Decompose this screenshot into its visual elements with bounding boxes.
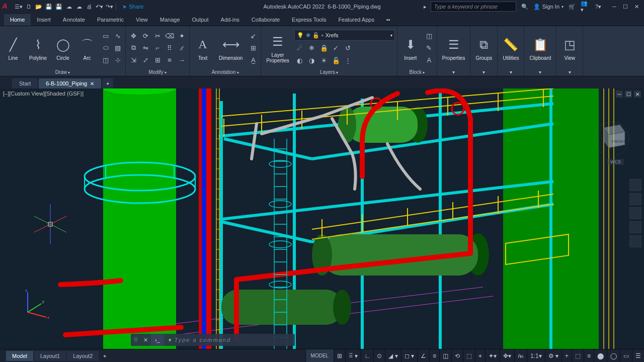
status-qprops-icon[interactable]: ≡	[584, 349, 594, 362]
status-annomon-icon[interactable]: +	[561, 349, 572, 362]
status-lwt-icon[interactable]: ≡	[429, 349, 439, 362]
panel-properties-expand[interactable]: ▾	[439, 68, 468, 76]
viewport-min-icon[interactable]: ─	[616, 90, 623, 98]
panel-clipboard-expand[interactable]: ▾	[526, 68, 554, 76]
tab-featured[interactable]: Featured Apps	[332, 14, 380, 26]
tab-home[interactable]: Home	[4, 14, 31, 26]
help-icon[interactable]: ?▾	[594, 2, 603, 11]
status-annoscale-icon[interactable]: 🗛	[514, 349, 527, 362]
saveas-icon[interactable]: 💾	[54, 2, 63, 11]
move-icon[interactable]: ✥	[128, 30, 139, 41]
status-workspace-icon[interactable]: ⚙ ▾	[545, 349, 561, 362]
status-cycling-icon[interactable]: ⟲	[451, 349, 463, 362]
signin-button[interactable]: 👤 Sign In ▾	[533, 4, 564, 10]
text-button[interactable]: AText	[192, 34, 214, 62]
table-icon[interactable]: ⊞	[248, 42, 259, 53]
layer-state-icon[interactable]: ⋮	[343, 55, 354, 66]
undo-icon[interactable]: ↶▾	[95, 2, 104, 11]
minimize-icon[interactable]: ─	[610, 2, 619, 11]
file-tab-close-icon[interactable]: ✕	[90, 81, 94, 86]
viewcube[interactable]: FRONT	[594, 119, 630, 155]
search-input[interactable]: Type a keyword or phrase	[431, 2, 516, 12]
navigation-bar[interactable]	[629, 179, 641, 247]
utilities-button[interactable]: 📏Utilities	[500, 34, 522, 62]
nav-wheel-icon[interactable]	[629, 179, 641, 191]
status-polar-icon[interactable]: ⊙	[373, 349, 385, 362]
layer-prev-icon[interactable]: ↺	[343, 42, 354, 53]
status-dynucs-icon[interactable]: ⌖	[475, 349, 485, 362]
tab-insert[interactable]: Insert	[31, 14, 57, 26]
status-hardware-icon[interactable]: ⬤	[594, 349, 607, 362]
nav-pan-icon[interactable]	[629, 193, 641, 205]
status-units-icon[interactable]: ⬚	[572, 349, 584, 362]
offset-icon[interactable]: ⫽	[176, 42, 187, 53]
file-tab-document[interactable]: 6-B-1000_Piping✕	[39, 78, 101, 88]
dimension-button[interactable]: ⟷Dimension	[216, 34, 246, 62]
status-custom-icon[interactable]: ☰	[632, 349, 644, 362]
panel-groups-expand[interactable]: ▾	[472, 68, 495, 76]
layer-off-icon[interactable]: ☄	[294, 42, 305, 53]
trim-icon[interactable]: ✂	[152, 30, 163, 41]
nav-zoom-icon[interactable]	[629, 207, 641, 219]
status-grid-icon[interactable]: ⊞	[334, 349, 345, 362]
tab-manage[interactable]: Manage	[154, 14, 186, 26]
arc-button[interactable]: ⌒Arc	[76, 34, 98, 62]
status-model-button[interactable]: MODEL	[305, 349, 334, 362]
app-logo[interactable]: A	[2, 2, 12, 12]
scale-icon[interactable]: ⤢	[140, 54, 151, 65]
tab-collaborate[interactable]: Collaborate	[246, 14, 286, 26]
leader-icon[interactable]: ↙	[248, 30, 259, 41]
arrayrect-icon[interactable]: ⊞	[152, 54, 163, 65]
share-button[interactable]: ➤ Share	[122, 4, 143, 10]
new-icon[interactable]: 🗋	[24, 2, 33, 11]
command-line[interactable]: ⠿ ✕ ›_ ▾ Type a command	[131, 334, 295, 346]
file-tab-start[interactable]: Start	[12, 78, 38, 88]
panel-block-label[interactable]: Block	[410, 69, 425, 75]
open-icon[interactable]: 📂	[34, 2, 43, 11]
rotate-icon[interactable]: ⟳	[140, 30, 151, 41]
mirror-icon[interactable]: ⇋	[140, 42, 151, 53]
status-ortho-icon[interactable]: ∟	[361, 349, 373, 362]
line-button[interactable]: ╱Line	[2, 34, 24, 62]
status-snap-icon[interactable]: ⠿ ▾	[345, 349, 361, 362]
properties-button[interactable]: ☰Properties	[439, 34, 468, 62]
copy-icon[interactable]: ⧉	[128, 42, 139, 53]
tab-annotate[interactable]: Annotate	[57, 14, 91, 26]
connect-icon[interactable]: 👥▾	[581, 2, 590, 11]
status-scale-button[interactable]: 1:1 ▾	[527, 349, 545, 362]
nav-orbit-icon[interactable]	[629, 221, 641, 233]
redo-icon[interactable]: ↷▾	[105, 2, 114, 11]
web-save-icon[interactable]: ☁	[74, 2, 84, 11]
spline-icon[interactable]: ∿	[112, 30, 123, 41]
status-isolate-icon[interactable]: ◯	[607, 349, 620, 362]
layer-lock-icon[interactable]: 🔒	[318, 42, 330, 53]
hatch-icon[interactable]: ▨	[112, 42, 123, 53]
status-osnap-icon[interactable]: ◻ ▾	[401, 349, 417, 362]
tab-view[interactable]: View	[130, 14, 154, 26]
layer-freeze-icon[interactable]: ❄	[306, 42, 317, 53]
polyline-button[interactable]: ⌇Polyline	[26, 34, 50, 62]
cmd-prompt-icon[interactable]: ›_	[151, 334, 164, 346]
nav-showmotion-icon[interactable]	[629, 235, 641, 247]
layer-dropdown[interactable]: 💡❄🔓▫ Xrefs ▾	[294, 30, 395, 41]
wcs-label[interactable]: WCS	[607, 159, 624, 165]
layer-iso-icon[interactable]: ◐	[294, 55, 305, 66]
groups-button[interactable]: ⧉Groups	[472, 34, 495, 62]
clipboard-button[interactable]: 📋Clipboard	[526, 34, 554, 62]
tab-addins[interactable]: Add-ins	[215, 14, 246, 26]
region-icon[interactable]: ◫	[100, 54, 111, 65]
erase-icon[interactable]: ⌫	[164, 30, 175, 41]
status-3dosnap-icon[interactable]: ⬚	[463, 349, 475, 362]
status-otrack-icon[interactable]: ∠	[417, 349, 429, 362]
stretch-icon[interactable]: ⇲	[128, 54, 139, 65]
layer-thaw-icon[interactable]: ☀	[318, 55, 330, 66]
explode-icon[interactable]: ✦	[176, 30, 187, 41]
layer-unlock-icon[interactable]: 🔓	[331, 55, 342, 66]
panel-layers-label[interactable]: Layers	[320, 69, 338, 75]
panel-view-expand[interactable]: ▾	[558, 68, 581, 76]
point-icon[interactable]: ⊹	[112, 54, 123, 65]
edit-block-icon[interactable]: ✎	[424, 42, 435, 53]
panel-modify-label[interactable]: Modify	[148, 69, 167, 75]
tab-overflow-icon[interactable]: ▪▪	[380, 14, 396, 26]
status-transparency-icon[interactable]: ◫	[439, 349, 451, 362]
